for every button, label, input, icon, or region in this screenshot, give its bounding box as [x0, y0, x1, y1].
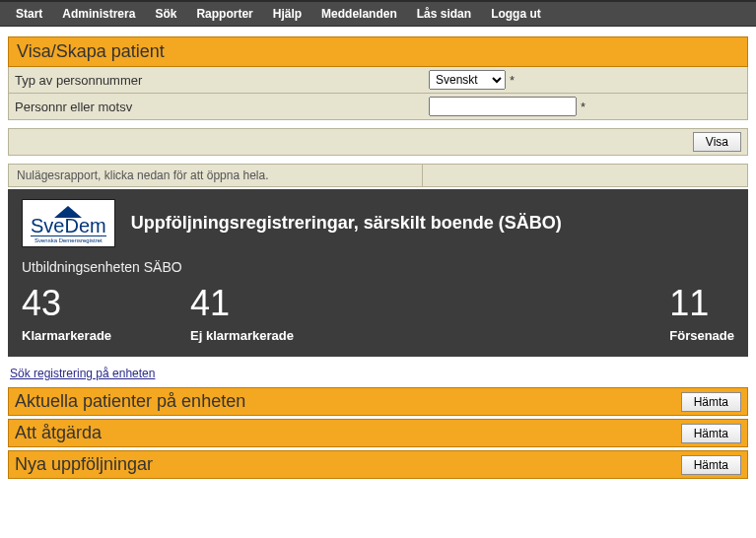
stat-fors-value: 11 — [669, 283, 734, 324]
typ-select[interactable]: Svenskt — [429, 70, 506, 90]
visa-button[interactable]: Visa — [693, 132, 741, 152]
report-hint-row: Nulägesrapport, klicka nedan för att öpp… — [8, 164, 748, 187]
stats-row: 43 Klarmarkerade 41 Ej klarmarkerade 11 … — [22, 283, 734, 343]
personnr-input[interactable] — [429, 97, 577, 116]
action-aktuella-title: Aktuella patienter på enheten — [15, 391, 681, 412]
stat-fors-label: Försenade — [669, 328, 734, 343]
menu-logga-ut[interactable]: Logga ut — [481, 5, 551, 23]
menu-rapporter[interactable]: Rapporter — [186, 5, 262, 23]
menu-administrera[interactable]: Administrera — [52, 5, 145, 23]
stat-ej-klarmarkerade: 41 Ej klarmarkerade — [190, 283, 294, 343]
stat-klarmarkerade: 43 Klarmarkerade — [22, 283, 111, 343]
menu-meddelanden[interactable]: Meddelanden — [311, 5, 407, 23]
row-typ-personnummer: Typ av personnummer Svenskt * — [8, 67, 748, 94]
visa-button-row: Visa — [8, 128, 748, 156]
search-registration-link[interactable]: Sök registrering på enheten — [10, 367, 155, 380]
report-hint-spacer — [423, 165, 747, 186]
typ-required: * — [510, 73, 515, 88]
stat-ej-label: Ej klarmarkerade — [190, 328, 294, 343]
logo-subtext: Svenska Demensregistret — [31, 235, 106, 243]
action-atgarda-title: Att åtgärda — [15, 423, 681, 443]
hamta-nyupp-button[interactable]: Hämta — [681, 455, 741, 475]
action-nyupp-title: Nya uppföljningar — [15, 454, 681, 475]
menu-hjalp[interactable]: Hjälp — [263, 5, 311, 23]
menu-start[interactable]: Start — [6, 5, 52, 23]
status-panel: SveDem Svenska Demensregistret Uppföljni… — [8, 189, 748, 357]
stat-klar-value: 43 — [22, 283, 111, 324]
action-atgarda: Att åtgärda Hämta — [8, 419, 748, 447]
action-nyupp: Nya uppföljningar Hämta — [8, 450, 748, 479]
panel-title: Uppföljningsregistreringar, särskilt boe… — [131, 213, 562, 234]
personnr-label: Personnr eller motsv — [15, 100, 429, 114]
stat-ej-value: 41 — [190, 283, 294, 324]
svedem-logo: SveDem Svenska Demensregistret — [22, 199, 115, 247]
panel-unit: Utbildningsenheten SÄBO — [22, 259, 734, 275]
row-personnr: Personnr eller motsv * — [8, 94, 748, 120]
action-aktuella: Aktuella patienter på enheten Hämta — [8, 387, 748, 416]
logo-text: SveDem — [31, 216, 106, 235]
main-menubar: Start Administrera Sök Rapporter Hjälp M… — [0, 0, 756, 27]
menu-sok[interactable]: Sök — [145, 5, 186, 23]
menu-las-sidan[interactable]: Lås sidan — [407, 5, 481, 23]
patient-header: Visa/Skapa patient — [8, 36, 748, 67]
stat-klar-label: Klarmarkerade — [22, 328, 111, 343]
stat-forsenade: 11 Försenade — [669, 283, 734, 343]
report-hint-text: Nulägesrapport, klicka nedan för att öpp… — [9, 165, 423, 186]
hamta-aktuella-button[interactable]: Hämta — [681, 392, 741, 412]
typ-label: Typ av personnummer — [15, 73, 429, 88]
hamta-atgarda-button[interactable]: Hämta — [681, 424, 741, 443]
personnr-required: * — [581, 100, 585, 114]
